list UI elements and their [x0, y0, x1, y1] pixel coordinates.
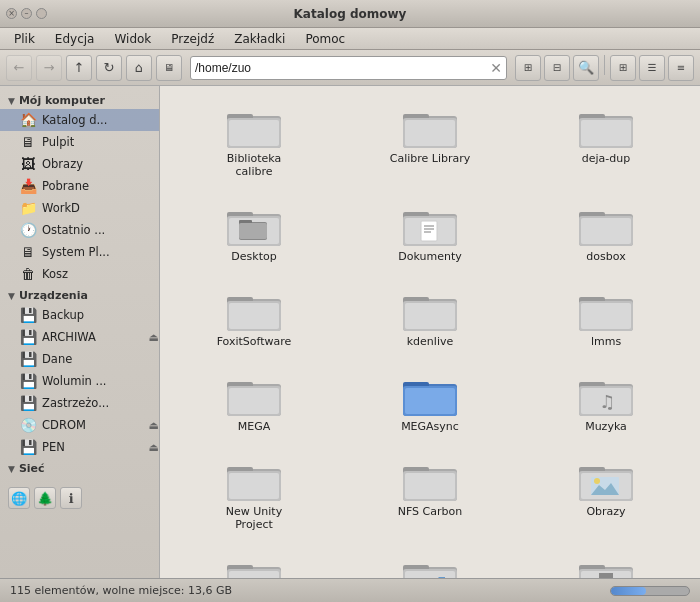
sidebar-item-wolumin[interactable]: 💾 Wolumin ...	[0, 370, 159, 392]
file-item[interactable]: PlayOnLinux's virtual	[346, 547, 514, 578]
file-item[interactable]: Pobrane	[522, 547, 690, 578]
sidebar-item-archiwa[interactable]: 💾 ARCHIWA ⏏	[0, 326, 159, 348]
bookmark-button[interactable]: ⊞	[515, 55, 541, 81]
status-right	[610, 586, 690, 596]
pen-eject-button[interactable]: ⏏	[149, 441, 159, 454]
folder-icon-svg	[577, 555, 635, 578]
menu-pomoc[interactable]: Pomoc	[299, 31, 351, 47]
sidebar-item-pen[interactable]: 💾 PEN ⏏	[0, 436, 159, 458]
up-button[interactable]: ↑	[66, 55, 92, 81]
obrazy-icon: 🖼	[20, 156, 36, 172]
sidebar-item-system[interactable]: 🖥 System Pl...	[0, 241, 159, 263]
archiwa-eject-button[interactable]: ⏏	[149, 331, 159, 344]
home-button[interactable]: ⌂	[126, 55, 152, 81]
svg-rect-11	[581, 120, 631, 146]
svg-rect-38	[405, 303, 455, 329]
svg-rect-74	[229, 571, 279, 578]
file-item[interactable]: pCloudDrive	[170, 547, 338, 578]
toolbar: ← → ↑ ↻ ⌂ 🖥 ✕ ⊞ ⊟ 🔍 ⊞ ☰ ≡	[0, 50, 700, 86]
svg-rect-50	[405, 388, 455, 414]
menu-przejdz[interactable]: Przejdź	[165, 31, 220, 47]
sidebar-section-network[interactable]: ▼ Sieć	[0, 458, 159, 477]
back-button[interactable]: ←	[6, 55, 32, 81]
svg-rect-42	[581, 303, 631, 329]
sidebar-section-devices[interactable]: ▼ Urządzenia	[0, 285, 159, 304]
sidebar-section-my-computer[interactable]: ▼ Mój komputer	[0, 90, 159, 109]
sidebar-item-backup[interactable]: 💾 Backup	[0, 304, 159, 326]
file-name: MEGA	[238, 420, 271, 433]
forward-button[interactable]: →	[36, 55, 62, 81]
wolumin-label: Wolumin ...	[42, 374, 107, 388]
file-name: Calibre Library	[390, 152, 471, 165]
menu-bar: Plik Edycja Widok Przejdź Zakładki Pomoc	[0, 28, 700, 50]
file-item[interactable]: MEGAsync	[346, 364, 514, 441]
menu-plik[interactable]: Plik	[8, 31, 41, 47]
sidebar-item-zastrzezone[interactable]: 💾 Zastrzeżo...	[0, 392, 159, 414]
cdrom-eject-button[interactable]: ⏏	[149, 419, 159, 432]
file-item[interactable]: deja-dup	[522, 96, 690, 173]
file-item[interactable]: Calibre Library	[346, 96, 514, 173]
file-item[interactable]: Dokumenty	[346, 194, 514, 271]
file-item[interactable]: New Unity Project	[170, 449, 338, 539]
dane-icon: 💾	[20, 351, 36, 367]
sidebar-item-pulpit[interactable]: 🖥 Pulpit	[0, 131, 159, 153]
file-item[interactable]: Obrazy	[522, 449, 690, 526]
sidebar-item-kosz[interactable]: 🗑 Kosz	[0, 263, 159, 285]
sidebar-bottom-icons: 🌐 🌲 ℹ	[0, 481, 159, 515]
file-item[interactable]: lmms	[522, 279, 690, 356]
file-name: dosbox	[586, 250, 625, 263]
window-controls[interactable]: × –	[6, 8, 47, 19]
folder-icon-svg	[225, 457, 283, 505]
file-item[interactable]: NFS Carbon	[346, 449, 514, 526]
tree-icon-btn[interactable]: 🌲	[34, 487, 56, 509]
refresh-button[interactable]: ↻	[96, 55, 122, 81]
progress-fill	[611, 587, 646, 595]
sidebar-item-ostatnio[interactable]: 🕐 Ostatnio ...	[0, 219, 159, 241]
file-item[interactable]: dosbox	[522, 194, 690, 271]
file-item[interactable]: FoxitSoftware	[170, 279, 338, 356]
file-name: Muzyka	[585, 420, 627, 433]
system-label: System Pl...	[42, 245, 110, 259]
file-item[interactable]: Desktop	[170, 194, 338, 271]
sidebar-item-workd[interactable]: 📁 WorkD	[0, 197, 159, 219]
system-icon: 🖥	[20, 244, 36, 260]
sidebar-item-dane[interactable]: 💾 Dane	[0, 348, 159, 370]
menu-widok[interactable]: Widok	[108, 31, 157, 47]
terminal-button[interactable]: 🖥	[156, 55, 182, 81]
archiwa-label: ARCHIWA	[42, 330, 143, 344]
pobrane-label: Pobrane	[42, 179, 89, 193]
sidebar-item-katalog[interactable]: 🏠 Katalog d...	[0, 109, 159, 131]
info-icon-btn[interactable]: ℹ	[60, 487, 82, 509]
archiwa-icon: 💾	[20, 329, 36, 345]
sidebar-item-obrazy[interactable]: 🖼 Obrazy	[0, 153, 159, 175]
minimize-button[interactable]: –	[21, 8, 32, 19]
close-button[interactable]: ×	[6, 8, 17, 19]
address-clear-button[interactable]: ✕	[490, 60, 502, 76]
sidebar-item-cdrom[interactable]: 💿 CDROM ⏏	[0, 414, 159, 436]
menu-edycja[interactable]: Edycja	[49, 31, 101, 47]
address-bar[interactable]: ✕	[190, 56, 507, 80]
view-split-button[interactable]: ⊟	[544, 55, 570, 81]
menu-zakladki[interactable]: Zakładki	[228, 31, 291, 47]
folder-icon-svg	[401, 287, 459, 335]
folder-icon-svg	[577, 104, 635, 152]
maximize-button[interactable]	[36, 8, 47, 19]
file-item[interactable]: kdenlive	[346, 279, 514, 356]
folder-icon-svg	[225, 287, 283, 335]
network-icon-btn[interactable]: 🌐	[8, 487, 30, 509]
file-area: Biblioteka calibre Calibre Library	[160, 86, 700, 578]
file-item[interactable]: ♫ Muzyka	[522, 364, 690, 441]
icon-view-button[interactable]: ⊞	[610, 55, 636, 81]
compact-view-button[interactable]: ≡	[668, 55, 694, 81]
file-item[interactable]: MEGA	[170, 364, 338, 441]
address-input[interactable]	[195, 61, 490, 75]
file-item[interactable]: Biblioteka calibre	[170, 96, 338, 186]
katalog-icon: 🏠	[20, 112, 36, 128]
list-view-button[interactable]: ☰	[639, 55, 665, 81]
cdrom-icon: 💿	[20, 417, 36, 433]
workd-icon: 📁	[20, 200, 36, 216]
folder-icon-svg: ♫	[577, 372, 635, 420]
search-button[interactable]: 🔍	[573, 55, 599, 81]
sidebar-item-pobrane[interactable]: 📥 Pobrane	[0, 175, 159, 197]
svg-rect-78	[405, 571, 455, 578]
